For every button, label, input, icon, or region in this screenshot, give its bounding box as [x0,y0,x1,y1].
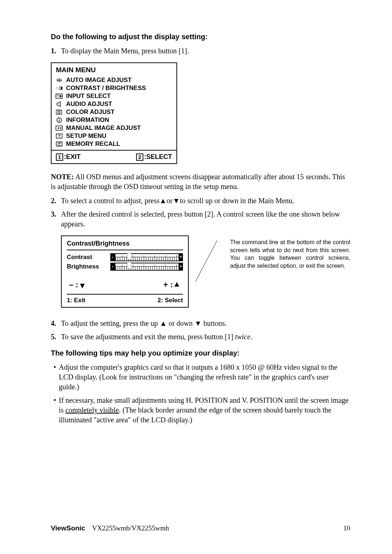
brightness-slider: - + [110,263,183,271]
svg-point-0 [56,87,58,89]
footer-model: VX2255wmb/VX2255wmh [92,524,169,532]
info-icon [55,117,63,123]
footer-left: ViewSonic VX2255wmb/VX2255wmh [51,524,169,532]
menu-label: COLOR ADJUST [66,108,115,116]
footer-select: 2:SELECT [136,153,172,161]
step-5-number: 5. [51,332,61,342]
cb-footer: 1: Exit 2: Select [67,294,183,304]
step-3-number: 3. [51,209,61,229]
down-arrow-icon: ▼ [195,319,202,327]
down-arrow-icon: ▲ [78,282,86,291]
menu-label: CONTRAST / BRIGHTNESS [66,85,146,92]
step-5-twice: twice [235,333,250,341]
svg-text:?: ? [58,134,61,138]
menu-item-setup-menu: ? SETUP MENU [52,132,176,140]
recall-icon [55,141,63,147]
heading-optimize-tips: The following tips may help you optimize… [51,349,350,357]
menu-item-memory-recall: MEMORY RECALL [52,140,176,150]
cb-plus: + :▲ [163,280,181,290]
tip-1: • Adjust the computer's graphics card so… [51,362,350,392]
up-arrow-icon: ▲ [173,279,181,288]
cb-arrow-row: – :▲ + :▲ [67,280,183,290]
step-5-body: To save the adjustments and exit the men… [61,332,350,342]
main-menu-title: MAIN MENU [52,63,176,76]
menu-item-auto-image-adjust: AUTO IMAGE ADJUST [52,76,176,84]
up-arrow-icon: ▲ [159,197,167,205]
up-arrow-icon: ▲ [160,319,167,327]
cb-plus-label: + : [163,280,173,289]
cb-minus: – :▲ [69,280,86,290]
note-osd-timeout: NOTE: All OSD menus and adjustment scree… [51,172,350,192]
svg-rect-5 [58,110,60,114]
cb-row-contrast: Contrast - + [67,253,183,262]
step-5: 5. To save the adjustments and exit the … [51,332,350,342]
footer-exit: 1:EXIT [56,153,81,161]
menu-item-audio-adjust: AUDIO ADJUST [52,100,176,108]
svg-rect-2 [60,87,61,90]
manual-adjust-icon [55,125,63,131]
bullet-dot: • [51,395,59,425]
main-menu-osd: MAIN MENU AUTO IMAGE ADJUST CONTRAST / B… [51,62,177,164]
menu-label: AUDIO ADJUST [66,100,112,108]
step-4-text-b: buttons. [202,319,227,327]
select-label: :SELECT [144,153,172,160]
svg-point-8 [59,119,60,119]
brightness-thumb [127,262,131,269]
step-4-body: To adjust the setting, press the up ▲ or… [61,319,350,328]
down-arrow-icon: ▼ [173,197,180,205]
tips-list: • Adjust the computer's graphics card so… [51,362,350,425]
menu-item-information: INFORMATION [52,116,176,124]
footer-brand: ViewSonic [51,524,85,532]
brightness-icon [55,85,63,91]
step-1-body: To display the Main Menu, press button [… [61,46,350,56]
step-2-body: To select a control to adjust, press▲or▼… [61,196,350,206]
step-3: 3. After the desired control is selected… [51,209,350,229]
contrast-brightness-osd: Contrast/Brightness Contrast - + Brightn… [61,235,189,308]
step-1: 1. To display the Main Menu, press butto… [51,46,350,56]
cb-title: Contrast/Brightness [67,240,183,250]
cb-caption: The command line at the bottom of the co… [230,235,350,270]
brightness-label: Brightness [67,263,110,270]
svg-line-15 [195,241,217,282]
step-2-text-a: To select a control to adjust, press [61,197,159,205]
contrast-slider: - + [110,253,183,261]
note-body: All OSD menus and adjustment screens dis… [51,173,345,190]
heading-adjust-display: Do the following to adjust the display s… [51,33,350,41]
tip-2-underline: completely visible [65,406,119,414]
contrast-label: Contrast [67,254,110,261]
tip-2-body: If necessary, make small adjustments usi… [59,395,350,425]
step-4-mid: or down [167,319,195,327]
bullet-dot: • [51,362,59,392]
svg-rect-6 [60,110,62,114]
auto-adjust-icon [55,77,63,83]
step-4-number: 4. [51,319,61,328]
page-footer: ViewSonic VX2255wmb/VX2255wmh 10 [51,524,350,532]
menu-label: INFORMATION [66,116,109,124]
svg-rect-9 [59,120,60,122]
menu-label: SETUP MENU [66,132,106,140]
menu-label: AUTO IMAGE ADJUST [66,77,131,84]
menu-item-contrast-brightness: CONTRAST / BRIGHTNESS [52,84,176,92]
contrast-thumb [127,253,131,259]
step-2: 2. To select a control to adjust, press▲… [51,196,350,206]
slider-plus-icon: + [179,263,183,271]
menu-label: MEMORY RECALL [66,140,120,148]
leader-line [199,235,220,257]
setup-icon: ? [55,133,63,139]
svg-rect-4 [56,110,58,114]
menu-item-color-adjust: COLOR ADJUST [52,108,176,116]
menu-label: INPUT SELECT [66,93,111,100]
step-4-text-a: To adjust the setting, press the up [61,319,160,327]
cb-select: 2: Select [158,297,183,304]
step-5-text-a: To save the adjustments and exit the men… [61,333,235,341]
step-3-body: After the desired control is selected, p… [61,209,350,229]
step-2-text-b: to scroll up or down in the Main Menu. [180,197,294,205]
menu-label: MANUAL IMAGE ADJUST [66,124,141,132]
step-1-number: 1. [51,46,61,56]
menu-item-input-select: INPUT SELECT [52,92,176,100]
cb-row-brightness: Brightness - + [67,262,183,271]
cb-minus-label: – : [69,280,78,289]
audio-icon [55,101,63,107]
note-label: NOTE: [51,173,74,181]
footer-page-number: 10 [343,524,350,532]
